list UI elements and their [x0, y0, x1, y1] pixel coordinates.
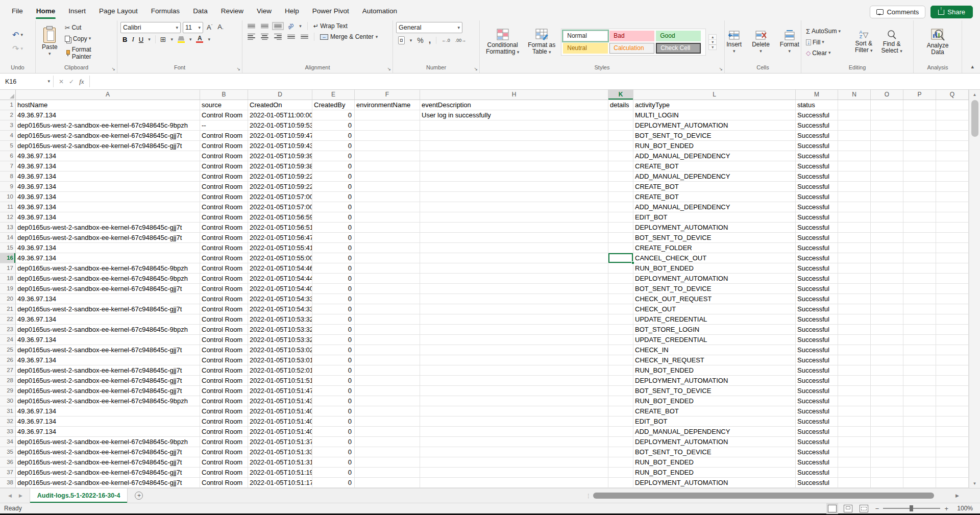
cell-A31[interactable]: 49.36.97.134 [16, 406, 200, 416]
cell-D2[interactable]: 2022-01-05T11:00:00Z [248, 110, 312, 120]
ribbon-tab-automation[interactable]: Automation [356, 2, 404, 20]
cell-F17[interactable] [355, 263, 420, 274]
cell-D11[interactable]: 2022-01-05T10:57:00Z [248, 202, 312, 212]
cell-N3[interactable] [838, 120, 871, 131]
cell-M2[interactable]: Successful [796, 110, 838, 120]
cell-A13[interactable]: dep0165us-west-2-sandbox-ee-kernel-67c94… [16, 223, 200, 233]
cell-B35[interactable]: Control Room [200, 447, 248, 457]
cell-O31[interactable] [871, 406, 903, 416]
cell-H18[interactable] [420, 274, 608, 284]
cell-D14[interactable]: 2022-01-05T10:56:47Z [248, 233, 312, 243]
cell-B37[interactable]: Control Room [200, 468, 248, 478]
cell-K34[interactable] [608, 437, 633, 447]
delete-cells-button[interactable]: Delete ▾ [749, 29, 773, 55]
cell-M34[interactable]: Successful [796, 437, 838, 447]
cell-E18[interactable]: 0 [312, 274, 355, 284]
cell-F11[interactable] [355, 202, 420, 212]
row-header-26[interactable]: 26 [0, 355, 16, 365]
chevron-down-icon[interactable]: ▾ [148, 37, 151, 42]
cell-Q32[interactable] [936, 416, 969, 427]
cell-O8[interactable] [871, 171, 903, 182]
analyze-data-button[interactable]: AnalyzeData [924, 27, 952, 57]
cell-F36[interactable] [355, 457, 420, 468]
cell-A10[interactable]: 49.36.97.134 [16, 192, 200, 202]
cell-D35[interactable]: 2022-01-05T10:51:33Z [248, 447, 312, 457]
cell-M15[interactable]: Successful [796, 243, 838, 253]
cell-K5[interactable] [608, 141, 633, 151]
cell-M23[interactable]: Successful [796, 325, 838, 335]
cell-P26[interactable] [903, 355, 936, 365]
cell-D21[interactable]: 2022-01-05T10:54:33Z [248, 304, 312, 314]
cell-H32[interactable] [420, 416, 608, 427]
cell-Q12[interactable] [936, 212, 969, 223]
cell-D4[interactable]: 2022-01-05T10:59:47Z [248, 131, 312, 141]
cell-P3[interactable] [903, 120, 936, 131]
cell-O20[interactable] [871, 294, 903, 304]
column-header-N[interactable]: N [838, 90, 871, 100]
cell-K32[interactable] [608, 416, 633, 427]
cell-E24[interactable]: 0 [312, 335, 355, 345]
cell-L13[interactable]: DEPLOYMENT_AUTOMATION [633, 223, 796, 233]
cell-B21[interactable]: Control Room [200, 304, 248, 314]
cut-button[interactable]: ✂Cut [63, 23, 114, 33]
cell-H4[interactable] [420, 131, 608, 141]
cell-H24[interactable] [420, 335, 608, 345]
cell-M20[interactable]: Successful [796, 294, 838, 304]
cell-N22[interactable] [838, 314, 871, 325]
cell-Q25[interactable] [936, 345, 969, 355]
cell-K9[interactable] [608, 182, 633, 192]
cell-H37[interactable] [420, 468, 608, 478]
cell-M37[interactable]: Successful [796, 468, 838, 478]
cell-H15[interactable] [420, 243, 608, 253]
page-break-view-button[interactable] [860, 505, 868, 512]
cell-D26[interactable]: 2022-01-05T10:53:01Z [248, 355, 312, 365]
cell-A1[interactable]: hostName [16, 100, 200, 110]
chevron-down-icon[interactable]: ▾ [299, 24, 302, 29]
cell-N27[interactable] [838, 365, 871, 376]
cell-P30[interactable] [903, 396, 936, 406]
cell-D3[interactable]: 2022-01-05T10:59:53Z [248, 120, 312, 131]
cell-H26[interactable] [420, 355, 608, 365]
cell-D15[interactable]: 2022-01-05T10:55:41Z [248, 243, 312, 253]
cell-D6[interactable]: 2022-01-05T10:59:39Z [248, 151, 312, 161]
column-header-A[interactable]: A [16, 90, 200, 100]
cell-H19[interactable] [420, 284, 608, 294]
column-header-O[interactable]: O [871, 90, 903, 100]
decrease-font-button[interactable]: Aˇ [216, 22, 225, 33]
cell-F19[interactable] [355, 284, 420, 294]
row-header-10[interactable]: 10 [0, 192, 16, 202]
cell-Q9[interactable] [936, 182, 969, 192]
cell-F15[interactable] [355, 243, 420, 253]
cell-B31[interactable]: Control Room [200, 406, 248, 416]
cell-H7[interactable] [420, 161, 608, 171]
cell-F30[interactable] [355, 396, 420, 406]
cell-H28[interactable] [420, 376, 608, 386]
cell-P33[interactable] [903, 427, 936, 437]
row-header-30[interactable]: 30 [0, 396, 16, 406]
cell-P12[interactable] [903, 212, 936, 223]
collapse-ribbon-button[interactable]: ▴ [971, 63, 974, 70]
cell-K24[interactable] [608, 335, 633, 345]
cell-P19[interactable] [903, 284, 936, 294]
cell-A34[interactable]: dep0165us-west-2-sandbox-ee-kernel-67c94… [16, 437, 200, 447]
font-size-select[interactable]: 11▾ [183, 22, 203, 33]
cell-E13[interactable]: 0 [312, 223, 355, 233]
cell-O34[interactable] [871, 437, 903, 447]
cell-Q28[interactable] [936, 376, 969, 386]
cell-D17[interactable]: 2022-01-05T10:54:46Z [248, 263, 312, 274]
font-color-button[interactable]: A [196, 36, 203, 43]
row-header-37[interactable]: 37 [0, 468, 16, 478]
row-header-20[interactable]: 20 [0, 294, 16, 304]
cell-A35[interactable]: dep0165us-west-2-sandbox-ee-kernel-67c94… [16, 447, 200, 457]
cell-F27[interactable] [355, 365, 420, 376]
cell-E30[interactable]: 0 [312, 396, 355, 406]
cell-K21[interactable] [608, 304, 633, 314]
column-header-Q[interactable]: Q [936, 90, 969, 100]
conditional-formatting-button[interactable]: ConditionalFormatting ▾ [483, 28, 522, 56]
cell-A24[interactable]: 49.36.97.134 [16, 335, 200, 345]
cell-O29[interactable] [871, 386, 903, 396]
cell-E9[interactable]: 0 [312, 182, 355, 192]
cell-A28[interactable]: dep0165us-west-2-sandbox-ee-kernel-67c94… [16, 376, 200, 386]
scroll-down-icon[interactable]: ▼ [969, 479, 980, 488]
cell-P16[interactable] [903, 253, 936, 263]
